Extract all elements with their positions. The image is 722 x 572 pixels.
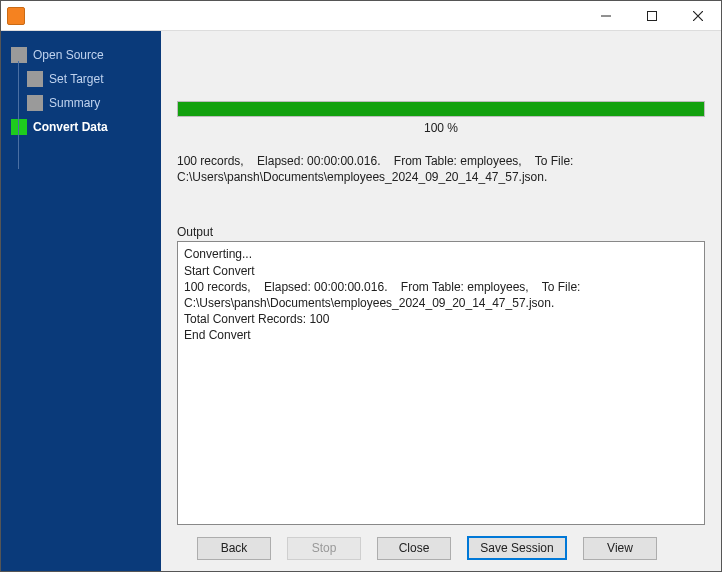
output-label: Output bbox=[177, 225, 705, 239]
app-window: Open Source Set Target Summary Convert D… bbox=[0, 0, 722, 572]
output-section: Output Converting... Start Convert 100 r… bbox=[177, 225, 705, 525]
step-label: Convert Data bbox=[33, 120, 108, 134]
progress-bar bbox=[177, 101, 705, 117]
step-set-target[interactable]: Set Target bbox=[1, 67, 161, 91]
step-label: Open Source bbox=[33, 48, 104, 62]
step-label: Set Target bbox=[49, 72, 103, 86]
stop-button: Stop bbox=[287, 537, 361, 560]
app-icon bbox=[7, 7, 25, 25]
main-panel: 100 % 100 records, Elapsed: 00:00:00.016… bbox=[161, 31, 721, 571]
save-session-button[interactable]: Save Session bbox=[467, 536, 567, 560]
step-status-icon bbox=[27, 71, 43, 87]
conversion-summary-text: 100 records, Elapsed: 00:00:00.016. From… bbox=[177, 153, 705, 185]
footer-buttons: Back Stop Close Save Session View bbox=[161, 525, 721, 571]
close-window-button[interactable] bbox=[675, 1, 721, 30]
step-open-source[interactable]: Open Source bbox=[1, 43, 161, 67]
titlebar-left bbox=[1, 7, 25, 25]
output-log[interactable]: Converting... Start Convert 100 records,… bbox=[177, 241, 705, 525]
step-label: Summary bbox=[49, 96, 100, 110]
back-button[interactable]: Back bbox=[197, 537, 271, 560]
step-summary[interactable]: Summary bbox=[1, 91, 161, 115]
view-button[interactable]: View bbox=[583, 537, 657, 560]
step-status-icon bbox=[11, 47, 27, 63]
body: Open Source Set Target Summary Convert D… bbox=[1, 31, 721, 571]
wizard-sidebar: Open Source Set Target Summary Convert D… bbox=[1, 31, 161, 571]
step-status-icon bbox=[27, 95, 43, 111]
content-area: 100 % 100 records, Elapsed: 00:00:00.016… bbox=[161, 31, 721, 525]
minimize-button[interactable] bbox=[583, 1, 629, 30]
wizard-steps: Open Source Set Target Summary Convert D… bbox=[1, 43, 161, 139]
svg-rect-0 bbox=[648, 11, 657, 20]
maximize-icon bbox=[647, 11, 657, 21]
minimize-icon bbox=[601, 11, 611, 21]
progress-percent-label: 100 % bbox=[177, 121, 705, 135]
maximize-button[interactable] bbox=[629, 1, 675, 30]
tree-connector bbox=[18, 61, 19, 169]
close-icon bbox=[693, 11, 703, 21]
titlebar bbox=[1, 1, 721, 31]
progress-container: 100 % bbox=[177, 101, 705, 135]
window-controls bbox=[583, 1, 721, 30]
step-status-icon bbox=[11, 119, 27, 135]
step-convert-data[interactable]: Convert Data bbox=[1, 115, 161, 139]
progress-fill bbox=[178, 102, 704, 116]
close-button[interactable]: Close bbox=[377, 537, 451, 560]
